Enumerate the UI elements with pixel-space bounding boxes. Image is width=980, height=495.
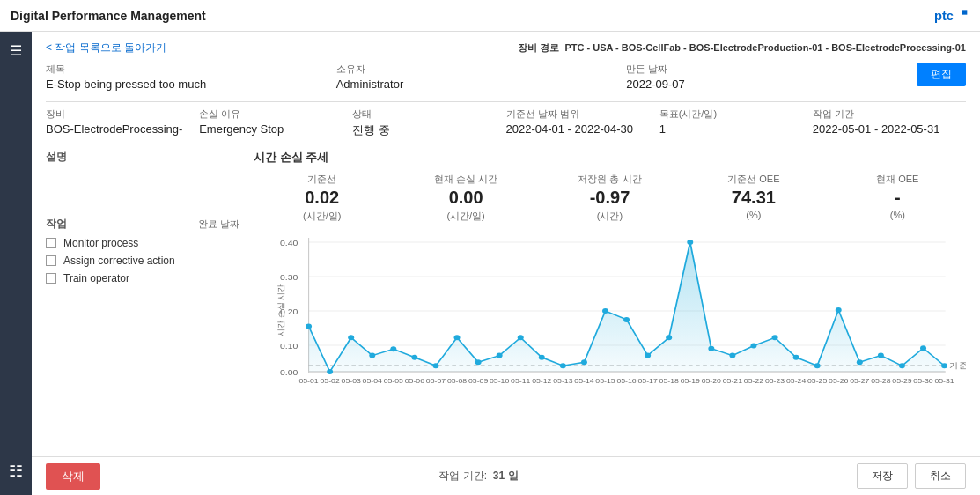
svg-point-19 <box>369 353 375 358</box>
hamburger-menu[interactable]: ☰ <box>6 39 26 63</box>
svg-text:05-20: 05-20 <box>702 378 722 383</box>
task-checkbox-2[interactable] <box>46 255 56 266</box>
svg-text:05-19: 05-19 <box>681 378 701 383</box>
target-block: 목표(시간/일) 1 <box>659 107 813 138</box>
task-checkbox-1[interactable] <box>46 238 56 248</box>
svg-point-23 <box>454 335 461 340</box>
svg-text:05-25: 05-25 <box>807 378 828 383</box>
svg-text:0.40: 0.40 <box>280 239 298 248</box>
chart-wrapper: 시간 손실 시간 0.40 0.30 0.20 0.10 0.00 <box>280 233 966 386</box>
svg-point-41 <box>836 307 842 313</box>
svg-point-21 <box>411 355 417 360</box>
content-area: < 작업 목록으로 돌아가기 장비 경로 PTC - USA - BOS-Cel… <box>32 32 980 495</box>
back-to-list-link[interactable]: < 작업 목록으로 돌아가기 <box>46 41 166 55</box>
svg-point-39 <box>793 355 799 360</box>
ptc-logo: ptc <box>934 7 969 25</box>
save-button[interactable]: 저장 <box>857 463 908 489</box>
description-area: 설명 <box>46 150 239 203</box>
cancel-button[interactable]: 취소 <box>915 463 966 489</box>
svg-point-42 <box>857 359 863 365</box>
sidebar: ☰ ☷ <box>0 32 32 495</box>
action-buttons: 저장 취소 <box>857 463 966 489</box>
svg-text:05-14: 05-14 <box>574 378 594 383</box>
info-grid: 제목 E-Stop being pressed too much 소유자 Adm… <box>46 63 917 91</box>
metric-current-loss: 현재 손실 시간 0.00 (시간/일) <box>397 173 534 223</box>
task-label-3: Train operator <box>63 272 129 284</box>
svg-text:05-21: 05-21 <box>723 378 743 383</box>
svg-point-37 <box>750 344 756 349</box>
main-layout: ☰ ☷ < 작업 목록으로 돌아가기 장비 경로 PTC - USA - BOS… <box>0 32 980 495</box>
svg-text:05-17: 05-17 <box>637 378 658 383</box>
task-label-2: Assign corrective action <box>63 255 175 267</box>
svg-point-40 <box>814 363 821 368</box>
divider1 <box>46 101 966 102</box>
svg-point-20 <box>390 346 396 351</box>
delete-button[interactable]: 삭제 <box>46 463 100 490</box>
task-label-1: Monitor process <box>63 237 138 249</box>
svg-point-43 <box>878 353 884 358</box>
svg-text:05-16: 05-16 <box>616 378 637 383</box>
svg-point-46 <box>941 363 947 368</box>
chart-svg: 0.40 0.30 0.20 0.10 0.00 <box>280 233 966 383</box>
device-block: 장비 BOS-ElectrodeProcessing- <box>46 107 199 138</box>
task-item-2: Assign corrective action <box>46 255 239 267</box>
sidebar-bottom-icon[interactable]: ☷ <box>9 462 23 481</box>
svg-text:05-04: 05-04 <box>363 378 383 383</box>
svg-point-27 <box>539 355 545 360</box>
title-block: 제목 E-Stop being pressed too much <box>46 63 336 91</box>
svg-text:05-07: 05-07 <box>426 378 446 383</box>
svg-marker-1 <box>962 10 967 14</box>
device-path: 장비 경로 PTC - USA - BOS-CellFab - BOS-Elec… <box>518 41 966 55</box>
metrics-row: 기준선 0.02 (시간/일) 현재 손실 시간 0.00 (시간/일) 저장원… <box>254 173 966 223</box>
svg-point-18 <box>348 335 354 340</box>
svg-point-26 <box>518 335 524 340</box>
status-block: 상태 진행 중 <box>352 107 505 138</box>
right-panel: 시간 손실 주세 기준선 0.02 (시간/일) 현재 손실 시간 0.00 (… <box>254 150 966 386</box>
svg-text:05-27: 05-27 <box>850 378 870 383</box>
detail-grid: 장비 BOS-ElectrodeProcessing- 손실 이유 Emerge… <box>46 107 966 138</box>
work-duration-value: 31 일 <box>493 469 519 482</box>
app-title: Digital Performance Management <box>11 9 206 23</box>
svg-text:05-08: 05-08 <box>447 378 468 383</box>
svg-text:05-30: 05-30 <box>913 378 933 383</box>
svg-point-22 <box>432 363 438 368</box>
svg-text:05-15: 05-15 <box>595 378 615 383</box>
svg-point-28 <box>560 363 566 368</box>
tasks-header: 작업 완료 날짜 <box>46 217 239 232</box>
metric-baseline-oee: 기준선 OEE 74.31 (%) <box>685 173 822 223</box>
svg-text:ptc: ptc <box>934 9 954 23</box>
svg-point-24 <box>475 359 482 365</box>
svg-text:05-09: 05-09 <box>468 378 489 383</box>
svg-text:05-24: 05-24 <box>786 378 807 383</box>
tasks-area: 작업 완료 날짜 Monitor process Assign correcti… <box>46 217 239 284</box>
task-checkbox-3[interactable] <box>46 273 56 284</box>
svg-text:05-26: 05-26 <box>829 378 849 383</box>
svg-point-25 <box>497 353 503 358</box>
metric-current-oee: 현재 OEE - (%) <box>829 173 966 223</box>
created-date-block: 만든 날짜 2022-09-07 <box>626 63 917 91</box>
svg-text:05-23: 05-23 <box>765 378 785 383</box>
left-panel: 설명 작업 완료 날짜 Monitor process <box>46 150 239 386</box>
edit-button[interactable]: 편집 <box>917 63 966 86</box>
svg-point-29 <box>581 359 587 365</box>
svg-point-33 <box>666 335 672 340</box>
svg-point-17 <box>327 369 333 374</box>
work-period-block: 작업 기간 2022-05-01 - 2022-05-31 <box>813 107 966 138</box>
owner-block: 소유자 Administrator <box>336 63 627 91</box>
lower-section: 설명 작업 완료 날짜 Monitor process <box>46 150 966 386</box>
loss-reason-block: 손실 이유 Emergency Stop <box>199 107 352 138</box>
svg-text:05-18: 05-18 <box>659 378 680 383</box>
chart-title: 시간 손실 주세 <box>254 150 966 166</box>
svg-text:05-28: 05-28 <box>871 378 891 383</box>
divider2 <box>46 144 966 144</box>
work-duration: 작업 기간: 31 일 <box>438 469 518 484</box>
svg-text:05-03: 05-03 <box>342 378 362 383</box>
svg-text:05-11: 05-11 <box>511 378 531 383</box>
task-item-3: Train operator <box>46 272 239 284</box>
bottom-bar: 삭제 작업 기간: 31 일 저장 취소 <box>32 456 980 495</box>
svg-text:05-05: 05-05 <box>384 378 404 383</box>
task-item-1: Monitor process <box>46 237 239 249</box>
svg-point-36 <box>729 353 735 358</box>
svg-text:05-13: 05-13 <box>553 378 573 383</box>
svg-text:05-31: 05-31 <box>934 378 954 383</box>
